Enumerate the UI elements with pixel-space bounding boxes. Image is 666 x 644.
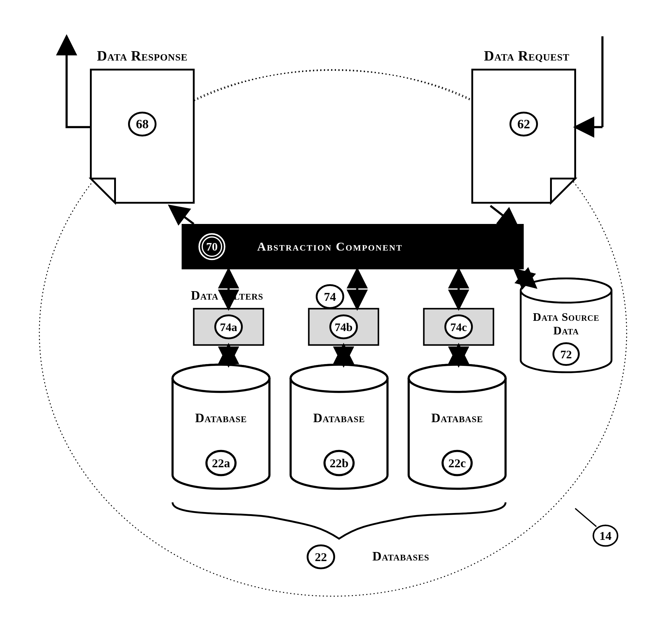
ref-source-text: 72 — [560, 348, 572, 361]
ref-filter-a-text: 74a — [220, 321, 237, 334]
ref-db-b-text: 22b — [330, 457, 348, 470]
ref-boundary-text: 14 — [599, 529, 612, 543]
ref-db-group: 22 — [308, 545, 334, 568]
data-source-data: Data Source Data 72 — [521, 279, 612, 372]
data-response-title: Data Response — [97, 48, 188, 64]
ref-filters-group-text: 74 — [324, 290, 336, 304]
svg-line-0 — [575, 508, 596, 526]
db-group-brace — [173, 502, 506, 539]
database-c: Database 22c — [409, 365, 506, 489]
ref-request-text: 62 — [518, 117, 530, 131]
arrow-response-out — [67, 36, 91, 127]
svg-point-25 — [409, 365, 506, 392]
diagram-svg: 14 Data Response 68 Data Request 62 70 A… — [0, 0, 666, 644]
diagram-root: 14 Data Response 68 Data Request 62 70 A… — [0, 0, 666, 644]
filter-a: 74a — [194, 309, 263, 345]
ref-abstraction-text: 70 — [206, 240, 218, 253]
ref-filters-group: 74 — [317, 285, 343, 308]
svg-point-22 — [291, 365, 387, 392]
filter-b: 74b — [309, 309, 379, 345]
abstraction-label: Abstraction Component — [257, 240, 403, 253]
ref-db-c-text: 22c — [448, 457, 466, 470]
arrow-request-to-bar — [490, 206, 518, 227]
data-source-line2: Data — [554, 324, 579, 337]
database-a: Database 22a — [173, 365, 269, 489]
data-filters-title: Data Filters — [191, 288, 263, 302]
ref-response-text: 68 — [136, 117, 148, 131]
data-request-title: Data Request — [484, 48, 570, 64]
database-b: Database 22b — [291, 365, 387, 489]
dashed-top-arc — [194, 71, 472, 100]
data-request-doc: Data Request 62 — [472, 48, 575, 203]
ref-filter-b-text: 74b — [334, 321, 352, 334]
database-b-label: Database — [313, 411, 365, 425]
data-source-line1: Data Source — [533, 310, 599, 323]
svg-point-16 — [521, 279, 612, 303]
ref-boundary: 14 — [593, 525, 617, 546]
database-a-label: Database — [195, 411, 247, 425]
filter-c: 74c — [424, 309, 493, 345]
abstraction-component: 70 Abstraction Component — [182, 224, 524, 269]
arrow-bar-to-response — [170, 206, 194, 224]
ref-filter-c-text: 74c — [451, 321, 467, 334]
svg-point-19 — [173, 365, 269, 392]
data-response-doc: Data Response 68 — [91, 48, 194, 203]
ref-db-group-text: 22 — [315, 550, 327, 564]
database-c-label: Database — [431, 411, 483, 425]
ref-db-a-text: 22a — [212, 457, 230, 470]
databases-group-label: Databases — [372, 549, 429, 563]
